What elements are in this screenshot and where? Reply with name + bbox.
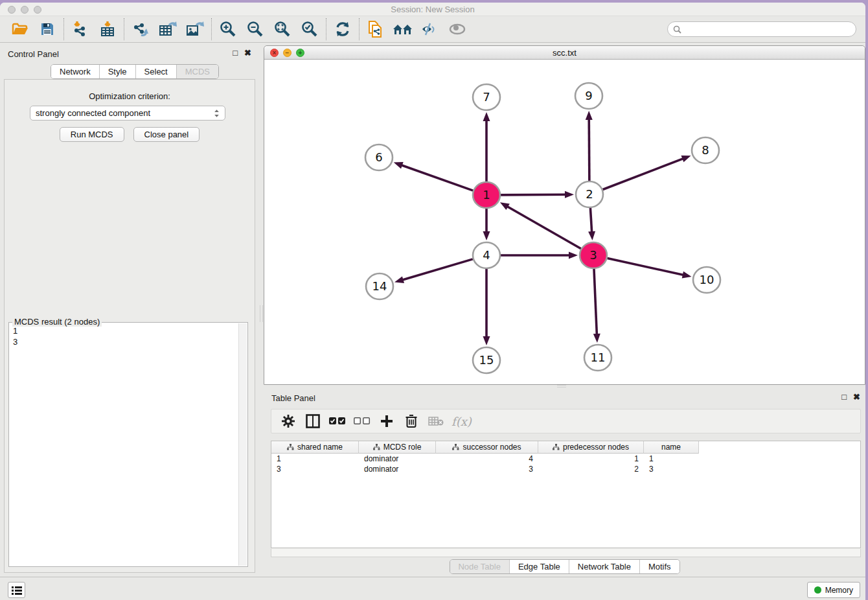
refresh-layout-icon[interactable] (329, 19, 356, 40)
tab-select[interactable]: Select (135, 65, 176, 78)
network-edge-2-9[interactable] (586, 111, 593, 181)
criterion-value: strongly connected component (36, 108, 150, 118)
control-panel-float-icon[interactable]: □ (233, 48, 238, 58)
export-table-icon[interactable] (154, 19, 181, 40)
network-node-14[interactable]: 14 (366, 273, 393, 299)
tab-edge-table[interactable]: Edge Table (509, 560, 569, 573)
network-edge-2-3[interactable] (588, 208, 595, 240)
network-edge-1-2[interactable] (501, 191, 574, 198)
column-header-MCDS-role[interactable]: MCDS role (359, 441, 436, 454)
import-network-icon[interactable] (67, 19, 94, 40)
toolbar-separator (124, 18, 124, 40)
network-edge-1-4[interactable] (483, 209, 490, 240)
column-header-shared-name[interactable]: shared name (271, 441, 359, 454)
table-panel-close-icon[interactable]: ✖ (853, 392, 860, 402)
zoom-fit-icon[interactable] (269, 19, 296, 40)
open-session-icon[interactable] (6, 19, 34, 40)
zoom-selected-icon[interactable] (296, 19, 323, 40)
network-edge-3-11[interactable] (593, 269, 600, 343)
network-edge-4-3[interactable] (501, 252, 578, 259)
network-node-2[interactable]: 2 (576, 181, 603, 207)
column-tree-icon (287, 444, 294, 450)
network-node-8[interactable]: 8 (692, 137, 719, 163)
svg-text:7: 7 (483, 90, 490, 104)
search-input[interactable] (685, 25, 856, 34)
table-body: 1dominator4113dominator323 (271, 454, 860, 474)
network-node-6[interactable]: 6 (365, 144, 393, 170)
duplicate-network-icon[interactable] (362, 19, 389, 40)
zoom-out-icon[interactable] (242, 19, 269, 40)
select-all-rows-icon[interactable] (328, 412, 347, 430)
table-hscrollbar[interactable] (271, 549, 861, 557)
table-toolbar: f(x) (271, 409, 861, 433)
network-edge-1-7[interactable] (483, 112, 490, 181)
control-panel-close-icon[interactable]: ✖ (244, 48, 251, 58)
close-panel-button[interactable]: Close panel (133, 127, 200, 142)
tab-mcds[interactable]: MCDS (176, 65, 218, 78)
column-header-name[interactable]: name (644, 441, 699, 454)
network-edge-4-15[interactable] (483, 269, 490, 345)
zoom-in-icon[interactable] (214, 19, 242, 40)
network-node-11[interactable]: 11 (584, 345, 611, 371)
criterion-select[interactable]: strongly connected component (30, 106, 225, 121)
column-header-successor-nodes[interactable]: successor nodes (436, 441, 538, 454)
delete-table-icon (427, 412, 445, 430)
export-image-icon[interactable] (181, 19, 209, 40)
network-edge-3-1[interactable] (500, 202, 581, 248)
column-header-predecessor-nodes[interactable]: predecessor nodes (538, 441, 644, 454)
deselect-all-rows-icon[interactable] (353, 412, 371, 430)
memory-label: Memory (825, 586, 853, 595)
table-row[interactable]: 3dominator323 (271, 464, 860, 474)
mcds-result-group: MCDS result (2 nodes) 1 3 (8, 322, 248, 567)
network-edge-2-8[interactable] (603, 156, 691, 190)
network-node-10[interactable]: 10 (693, 267, 720, 293)
network-node-3[interactable]: 3 (580, 242, 607, 268)
network-node-7[interactable]: 7 (473, 84, 500, 110)
network-window-titlebar[interactable]: × − + scc.txt (264, 46, 865, 60)
toolbar-separator (63, 18, 64, 40)
table-tabs: Node TableEdge TableNetwork TableMotifs (449, 559, 680, 574)
network-edge-3-10[interactable] (607, 258, 691, 278)
network-node-15[interactable]: 15 (473, 347, 500, 373)
table-panel-float-icon[interactable]: □ (841, 392, 847, 402)
tab-motifs[interactable]: Motifs (639, 560, 680, 573)
result-scrollbar[interactable] (238, 323, 247, 566)
network-node-4[interactable]: 4 (473, 242, 500, 268)
toolbar-separator (211, 18, 212, 40)
window-titlebar[interactable]: Session: New Session (0, 3, 865, 16)
tab-network-table[interactable]: Network Table (569, 560, 639, 573)
tab-node-table[interactable]: Node Table (450, 560, 509, 573)
svg-text:1: 1 (483, 188, 490, 202)
memory-button[interactable]: Memory (807, 582, 860, 598)
export-network-icon[interactable] (127, 19, 154, 40)
delete-column-icon[interactable] (402, 412, 420, 430)
tab-style[interactable]: Style (99, 65, 135, 78)
add-column-icon[interactable] (378, 412, 396, 430)
table-header-row: shared nameMCDS rolesuccessor nodesprede… (271, 441, 860, 454)
node-table[interactable]: shared nameMCDS rolesuccessor nodesprede… (271, 441, 861, 548)
network-canvas[interactable]: 7968124314101511 (264, 60, 865, 384)
tab-network[interactable]: Network (51, 65, 99, 78)
vertical-splitter-handle[interactable] (260, 305, 263, 322)
toolbar-separator (359, 18, 360, 40)
network-edge-1-6[interactable] (394, 162, 474, 190)
search-field[interactable] (667, 21, 856, 37)
import-table-icon[interactable] (94, 19, 121, 40)
memory-status-icon (814, 586, 821, 594)
svg-text:8: 8 (702, 143, 709, 157)
show-hide-icon[interactable] (417, 19, 444, 40)
run-mcds-button[interactable]: Run MCDS (60, 127, 124, 142)
table-row[interactable]: 1dominator411 (271, 454, 860, 464)
task-history-button[interactable] (8, 582, 25, 598)
network-edge-4-14[interactable] (394, 259, 473, 283)
mcds-result-text[interactable]: 1 3 (10, 325, 237, 565)
save-session-icon[interactable] (34, 19, 61, 40)
first-neighbors-icon[interactable] (389, 19, 417, 40)
settings-gear-icon[interactable] (279, 412, 297, 430)
horizontal-splitter-handle[interactable] (557, 385, 566, 387)
network-node-9[interactable]: 9 (575, 83, 602, 109)
svg-text:4: 4 (483, 248, 490, 262)
network-node-1[interactable]: 1 (473, 182, 500, 208)
search-icon (673, 25, 681, 34)
split-columns-icon[interactable] (304, 412, 322, 430)
